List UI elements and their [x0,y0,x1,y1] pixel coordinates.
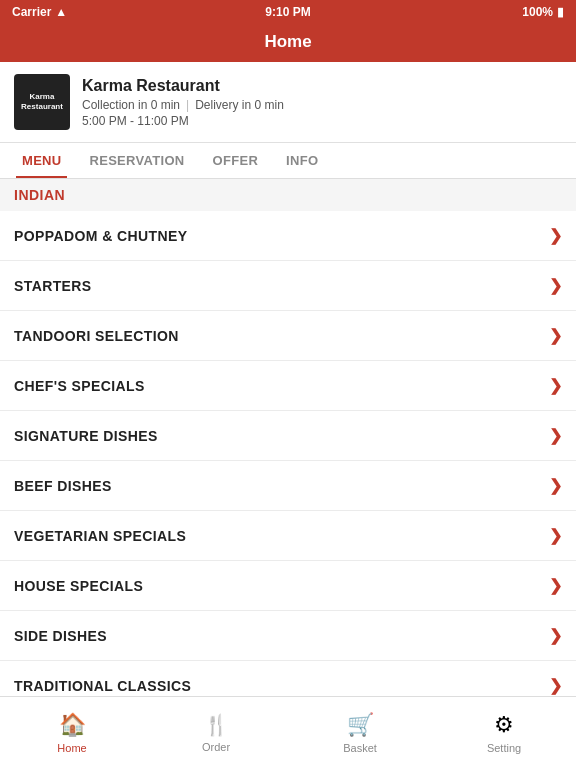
title-bar: Home [0,24,576,62]
status-time: 9:10 PM [265,5,310,19]
menu-item-label: BEEF DISHES [14,478,112,494]
menu-item-label: CHEF'S SPECIALS [14,378,145,394]
nav-label-setting: Setting [487,742,521,754]
chevron-right-icon: ❯ [549,376,562,395]
menu-list: POPPADOM & CHUTNEY ❯ STARTERS ❯ TANDOORI… [0,211,576,719]
status-left: Carrier ▲ [12,5,67,19]
restaurant-hours: 5:00 PM - 11:00 PM [82,114,562,128]
delivery-info: Delivery in 0 min [195,98,284,112]
menu-item-label: SIGNATURE DISHES [14,428,158,444]
status-bar: Carrier ▲ 9:10 PM 100% ▮ [0,0,576,24]
chevron-right-icon: ❯ [549,626,562,645]
tab-reservation[interactable]: RESERVATION [75,143,198,178]
basket-icon: 🛒 [347,712,374,738]
menu-item[interactable]: SIGNATURE DISHES ❯ [0,411,576,461]
logo-text: Karma Restaurant [21,92,63,113]
menu-item[interactable]: CHEF'S SPECIALS ❯ [0,361,576,411]
nav-item-basket[interactable]: 🛒 Basket [288,712,432,754]
bottom-nav: 🏠 Home 🍴 Order 🛒 Basket ⚙ Setting [0,696,576,768]
restaurant-header: Karma Restaurant Karma Restaurant Collec… [0,62,576,143]
carrier-label: Carrier [12,5,51,19]
chevron-right-icon: ❯ [549,276,562,295]
chevron-right-icon: ❯ [549,226,562,245]
nav-label-order: Order [202,741,230,753]
menu-item[interactable]: BEEF DISHES ❯ [0,461,576,511]
menu-item-label: TANDOORI SELECTION [14,328,179,344]
chevron-right-icon: ❯ [549,576,562,595]
nav-item-order[interactable]: 🍴 Order [144,713,288,753]
chevron-right-icon: ❯ [549,476,562,495]
nav-label-basket: Basket [343,742,377,754]
battery-icon: ▮ [557,5,564,19]
chevron-right-icon: ❯ [549,526,562,545]
menu-item-label: POPPADOM & CHUTNEY [14,228,187,244]
menu-item[interactable]: TANDOORI SELECTION ❯ [0,311,576,361]
meta-separator: | [186,98,189,112]
nav-label-home: Home [57,742,86,754]
order-icon: 🍴 [204,713,229,737]
section-header-indian: INDIAN [0,179,576,211]
menu-item[interactable]: POPPADOM & CHUTNEY ❯ [0,211,576,261]
nav-item-setting[interactable]: ⚙ Setting [432,712,576,754]
restaurant-info: Karma Restaurant Collection in 0 min | D… [82,77,562,128]
menu-item[interactable]: VEGETARIAN SPECIALS ❯ [0,511,576,561]
menu-item-label: STARTERS [14,278,92,294]
menu-item[interactable]: STARTERS ❯ [0,261,576,311]
setting-icon: ⚙ [494,712,514,738]
tab-menu[interactable]: MENU [8,143,75,178]
chevron-right-icon: ❯ [549,676,562,695]
tab-offer[interactable]: OFFER [199,143,273,178]
battery-label: 100% [522,5,553,19]
collection-info: Collection in 0 min [82,98,180,112]
menu-item[interactable]: HOUSE SPECIALS ❯ [0,561,576,611]
menu-item-label: SIDE DISHES [14,628,107,644]
wifi-icon: ▲ [55,5,67,19]
menu-item-label: TRADITIONAL CLASSICS [14,678,191,694]
restaurant-meta: Collection in 0 min | Delivery in 0 min [82,98,562,112]
page-title: Home [264,32,311,51]
chevron-right-icon: ❯ [549,426,562,445]
home-icon: 🏠 [59,712,86,738]
status-right: 100% ▮ [522,5,564,19]
menu-item[interactable]: SIDE DISHES ❯ [0,611,576,661]
nav-item-home[interactable]: 🏠 Home [0,712,144,754]
menu-item-label: HOUSE SPECIALS [14,578,143,594]
restaurant-logo: Karma Restaurant [14,74,70,130]
tab-info[interactable]: INFO [272,143,332,178]
menu-item-label: VEGETARIAN SPECIALS [14,528,186,544]
tabs-bar: MENU RESERVATION OFFER INFO [0,143,576,179]
restaurant-name: Karma Restaurant [82,77,562,95]
chevron-right-icon: ❯ [549,326,562,345]
